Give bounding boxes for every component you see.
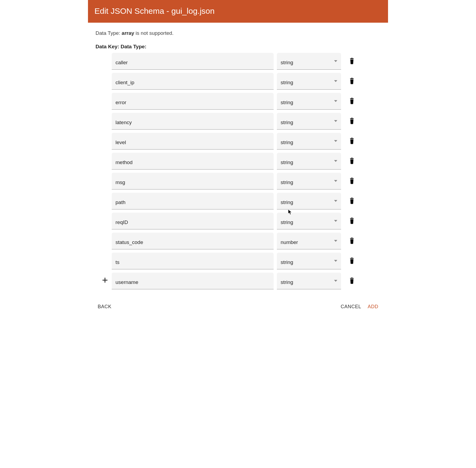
data-key-field[interactable] (112, 193, 274, 209)
data-key-field[interactable] (112, 253, 274, 269)
trash-icon (349, 58, 355, 65)
delete-row-button[interactable] (348, 56, 356, 67)
data-key-field[interactable] (112, 173, 274, 189)
data-type-value[interactable]: string (281, 179, 337, 185)
delete-row-button[interactable] (348, 96, 356, 107)
data-type-value[interactable]: string (281, 279, 337, 285)
trash-icon (349, 118, 355, 125)
svg-rect-7 (351, 118, 353, 118)
add-row-button[interactable] (101, 276, 109, 285)
trash-icon (349, 138, 355, 145)
data-key-input[interactable] (115, 80, 270, 86)
edit-json-schema-dialog: Edit JSON Schema - gui_log.json Data Typ… (88, 0, 388, 320)
data-type-dropdown[interactable]: string (277, 213, 341, 229)
delete-cell (344, 273, 359, 289)
data-type-value[interactable]: string (281, 160, 337, 165)
data-type-value[interactable]: string (281, 199, 337, 205)
delete-row-button[interactable] (348, 156, 356, 167)
svg-rect-9 (351, 138, 353, 138)
schema-row: string (112, 193, 380, 211)
data-type-value[interactable]: string (281, 120, 337, 126)
delete-row-button[interactable] (348, 216, 356, 226)
dialog-header: Edit JSON Schema - gui_log.json (88, 0, 388, 23)
data-key-field[interactable] (112, 153, 274, 169)
schema-row: string (112, 153, 380, 171)
data-type-value[interactable]: string (281, 140, 337, 145)
delete-row-button[interactable] (348, 76, 356, 87)
delete-row-button[interactable] (348, 276, 356, 286)
data-key-field[interactable] (112, 93, 274, 110)
delete-cell (344, 213, 359, 229)
svg-rect-1 (351, 58, 353, 58)
schema-row: string (112, 113, 380, 131)
svg-rect-6 (350, 118, 353, 119)
data-key-input[interactable] (115, 199, 270, 205)
data-key-input[interactable] (115, 160, 270, 165)
data-type-dropdown[interactable]: string (277, 93, 341, 110)
data-type-dropdown[interactable]: string (277, 253, 341, 269)
svg-rect-23 (103, 280, 107, 281)
data-key-field[interactable] (112, 233, 274, 249)
data-key-input[interactable] (115, 279, 270, 285)
data-key-input[interactable] (115, 140, 270, 145)
trash-icon (349, 98, 355, 105)
data-key-field[interactable] (112, 213, 274, 229)
data-type-dropdown[interactable]: string (277, 173, 341, 189)
dialog-body: Data Type: array is not supported. Data … (88, 23, 388, 295)
columns-header: Data Key: Data Type: (96, 44, 380, 50)
data-key-input[interactable] (115, 259, 270, 265)
dialog-actions: BACK CANCEL ADD (88, 295, 388, 320)
data-key-input[interactable] (115, 179, 270, 185)
delete-row-button[interactable] (348, 196, 356, 206)
trash-icon (349, 78, 355, 85)
data-type-dropdown[interactable]: string (277, 273, 341, 289)
data-type-value[interactable]: number (281, 239, 337, 245)
delete-row-button[interactable] (348, 116, 356, 127)
data-type-value[interactable]: string (281, 219, 337, 225)
back-button[interactable]: BACK (94, 301, 115, 312)
data-key-field[interactable] (112, 133, 274, 150)
data-key-field[interactable] (112, 273, 274, 289)
data-type-value[interactable]: string (281, 259, 337, 265)
data-type-value[interactable]: string (281, 60, 337, 66)
data-type-dropdown[interactable]: string (277, 133, 341, 150)
data-key-field[interactable] (112, 73, 274, 90)
data-key-input[interactable] (115, 239, 270, 245)
cancel-button[interactable]: CANCEL (337, 301, 364, 312)
delete-row-button[interactable] (348, 256, 356, 266)
schema-row: string (112, 53, 380, 71)
data-key-input[interactable] (115, 60, 270, 66)
notice-type: array (122, 30, 134, 36)
delete-cell (344, 233, 359, 249)
delete-row-button[interactable] (348, 236, 356, 246)
delete-cell (344, 73, 359, 90)
data-key-input[interactable] (115, 219, 270, 225)
data-type-dropdown[interactable]: number (277, 233, 341, 249)
svg-rect-18 (350, 238, 353, 239)
schema-row: string (112, 173, 380, 191)
svg-rect-2 (350, 78, 353, 79)
data-type-value[interactable]: string (281, 100, 337, 106)
delete-row-button[interactable] (348, 136, 356, 147)
data-type-dropdown[interactable]: string (277, 73, 341, 90)
svg-rect-25 (351, 277, 353, 278)
svg-rect-19 (351, 238, 353, 238)
svg-rect-13 (351, 178, 353, 178)
data-key-field[interactable] (112, 113, 274, 130)
data-type-dropdown[interactable]: string (277, 53, 341, 70)
svg-rect-14 (350, 198, 353, 199)
data-key-input[interactable] (115, 100, 270, 106)
data-type-dropdown[interactable]: string (277, 193, 341, 209)
data-type-dropdown[interactable]: string (277, 113, 341, 130)
delete-row-button[interactable] (348, 176, 356, 186)
svg-rect-16 (350, 218, 353, 219)
data-key-field[interactable] (112, 53, 274, 70)
delete-cell (344, 193, 359, 209)
schema-row: number (112, 233, 380, 250)
data-type-dropdown[interactable]: string (277, 153, 341, 169)
delete-cell (344, 173, 359, 189)
data-type-value[interactable]: string (281, 80, 337, 86)
add-button[interactable]: ADD (364, 301, 382, 312)
data-key-input[interactable] (115, 120, 270, 126)
svg-rect-5 (351, 98, 353, 98)
